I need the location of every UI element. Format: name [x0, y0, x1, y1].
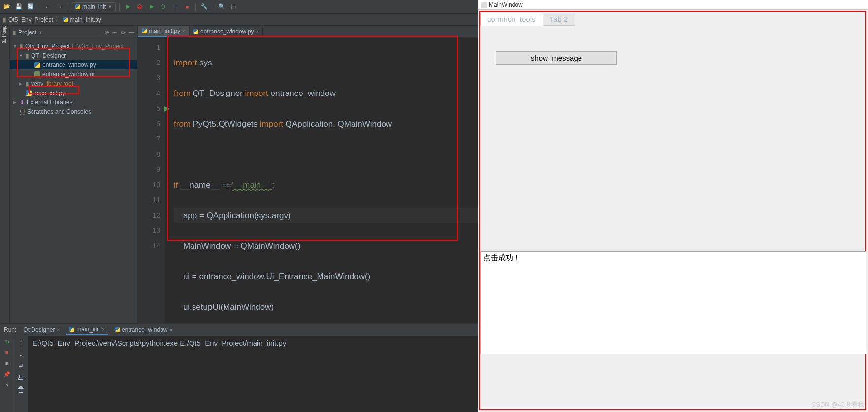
structure-icon[interactable]: ⬚	[228, 2, 238, 12]
folder-icon: ▮	[13, 29, 16, 36]
python-icon	[142, 29, 147, 33]
main-split: 1: Project 2: Favorites ▮ Project ▼ ⊕ ⇤ …	[0, 26, 478, 323]
breadcrumb: ▮ Qt5_Env_Project 〉 main_init.py	[0, 14, 478, 26]
watermark: CSDN @45度看我	[811, 400, 864, 409]
search-icon[interactable]: 🔍	[217, 2, 226, 12]
close-panel-icon[interactable]: ×	[3, 381, 11, 389]
qt-tab-2[interactable]: Tab 2	[543, 13, 576, 26]
scroll-to-icon[interactable]: ⊕	[104, 29, 109, 36]
tree-qt-designer[interactable]: ▼▮ QT_Designer	[10, 51, 137, 60]
up-icon[interactable]: ↑	[19, 338, 23, 347]
favorites-sidetab[interactable]: 2: Favorites	[1, 26, 7, 43]
run-label: Run:	[4, 326, 16, 333]
qt-tab-common-tools[interactable]: common_tools	[480, 13, 543, 26]
qt-title-text: MainWindow	[489, 1, 523, 8]
ui-file-icon	[34, 71, 40, 77]
coverage-icon[interactable]: ▶	[147, 2, 157, 12]
python-icon	[63, 17, 68, 22]
concurrency-icon[interactable]: ≣	[170, 2, 180, 12]
console-line: E:\Qt5_Env_Project\venv\Scripts\python.e…	[32, 339, 473, 347]
qt-body: common_tools Tab 2 show_message 点击成功！ CS…	[478, 10, 868, 412]
run-side-toolbar: ↻ ■ ≡ 📌 ×	[0, 336, 14, 412]
project-title: Project	[18, 29, 36, 36]
qt-mainwindow: MainWindow common_tools Tab 2 show_messa…	[478, 0, 868, 412]
tree-scratches[interactable]: ⬚ Scratches and Consoles	[10, 107, 137, 116]
run-side-toolbar2: ↑ ↓ ⤶ 🖶 🗑	[14, 336, 28, 412]
down-icon[interactable]: ↓	[19, 349, 23, 358]
tree-venv[interactable]: ▶▮ venv library root	[10, 79, 137, 88]
pin-icon[interactable]: 📌	[3, 370, 11, 378]
python-file-icon	[34, 62, 40, 68]
qt-text-output[interactable]: 点击成功！	[480, 251, 866, 354]
refresh-icon[interactable]: 🔄	[26, 2, 35, 12]
python-file-icon	[26, 90, 32, 96]
main-toolbar: 📂 💾 🔄 ← → main_init ▼ ▶ 🐞 ▶ ⏱ ≣ ■ 🔧 🔍 ⬚	[0, 0, 478, 14]
breadcrumb-file[interactable]: main_init.py	[70, 16, 101, 23]
console-output[interactable]: E:\Qt5_Env_Project\venv\Scripts\python.e…	[28, 336, 478, 412]
run-tab-main-init[interactable]: main_init ×	[66, 325, 108, 335]
gutter: 1 2 3 4 5▶ 6 7 8 9 10 11 12 13 14	[138, 38, 165, 323]
show-message-button[interactable]: show_message	[496, 51, 617, 65]
close-icon[interactable]: ×	[102, 327, 105, 332]
python-icon	[69, 327, 74, 332]
hide-icon[interactable]: —	[129, 29, 134, 36]
chevron-down-icon: ▼	[108, 4, 112, 9]
open-icon[interactable]: 📂	[2, 2, 12, 12]
back-icon[interactable]: ←	[43, 2, 53, 12]
wrap-icon[interactable]: ⤶	[18, 361, 24, 371]
tree-root[interactable]: ▼▮ Qt5_Env_Project E:\Qt5_Env_Project	[10, 41, 137, 51]
project-header: ▮ Project ▼ ⊕ ⇤ ⚙ —	[10, 26, 137, 39]
layout-icon[interactable]: ≡	[3, 359, 11, 367]
python-icon	[115, 327, 120, 332]
window-icon	[481, 2, 487, 8]
run-tab-entrance[interactable]: entrance_window ×	[112, 325, 175, 334]
run-config-combo[interactable]: main_init ▼	[72, 2, 116, 11]
gear-icon[interactable]: ⚙	[120, 29, 126, 36]
stop-icon[interactable]: ■	[182, 2, 192, 12]
editor-area: main_init.py × entrance_window.py × 1 2 …	[138, 26, 478, 323]
tree-main-init[interactable]: main_init.py	[10, 88, 137, 97]
editor-tabs: main_init.py × entrance_window.py ×	[138, 26, 478, 38]
ide-window: 📂 💾 🔄 ← → main_init ▼ ▶ 🐞 ▶ ⏱ ≣ ■ 🔧 🔍 ⬚ …	[0, 0, 478, 412]
close-icon[interactable]: ×	[170, 327, 173, 333]
run-icon[interactable]: ▶	[123, 2, 133, 12]
tree-entrance-ui[interactable]: entrance_window.ui	[10, 69, 137, 79]
qt-tabbar: common_tools Tab 2	[480, 13, 866, 26]
chevron-down-icon[interactable]: ▼	[38, 30, 43, 35]
python-icon	[193, 29, 198, 34]
debug-icon[interactable]: 🐞	[135, 2, 145, 12]
tree-ext-libs[interactable]: ▶⬍ External Libraries	[10, 97, 137, 107]
forward-icon[interactable]: →	[55, 2, 64, 12]
rerun-icon[interactable]: ↻	[3, 338, 11, 346]
close-icon[interactable]: ×	[256, 29, 259, 34]
run-tab-designer[interactable]: Qt Designer ×	[20, 325, 63, 334]
tab-main-init[interactable]: main_init.py ×	[138, 26, 190, 37]
folder-icon: ▮	[3, 16, 6, 23]
run-panel: Run: Qt Designer × main_init × entrance_…	[0, 323, 478, 412]
trash-icon[interactable]: 🗑	[17, 385, 25, 394]
profile-icon[interactable]: ⏱	[159, 2, 168, 12]
collapse-icon[interactable]: ⇤	[112, 29, 117, 36]
tree-entrance-py[interactable]: entrance_window.py	[10, 60, 137, 69]
tab-entrance-window[interactable]: entrance_window.py ×	[190, 26, 263, 37]
save-icon[interactable]: 💾	[14, 2, 24, 12]
project-tree[interactable]: ▼▮ Qt5_Env_Project E:\Qt5_Env_Project ▼▮…	[10, 39, 137, 323]
settings-icon[interactable]: 🔧	[199, 2, 209, 12]
editor-body[interactable]: 1 2 3 4 5▶ 6 7 8 9 10 11 12 13 14 import…	[138, 38, 478, 323]
close-icon[interactable]: ×	[57, 327, 60, 333]
run-tabs: Run: Qt Designer × main_init × entrance_…	[0, 324, 478, 336]
python-icon	[75, 4, 80, 9]
breadcrumb-project[interactable]: Qt5_Env_Project	[8, 16, 53, 23]
stop-icon[interactable]: ■	[3, 349, 11, 356]
close-icon[interactable]: ×	[182, 29, 185, 34]
code-content[interactable]: import sys from QT_Designer import entra…	[165, 38, 478, 323]
qt-titlebar: MainWindow	[478, 0, 868, 10]
run-config-label: main_init	[82, 3, 106, 10]
left-sidetabs[interactable]: 1: Project 2: Favorites	[0, 26, 10, 323]
chevron-right-icon: 〉	[55, 15, 61, 24]
print-icon[interactable]: 🖶	[17, 374, 25, 382]
project-pane: ▮ Project ▼ ⊕ ⇤ ⚙ — ▼▮ Qt5_Env_Project E…	[10, 26, 138, 323]
